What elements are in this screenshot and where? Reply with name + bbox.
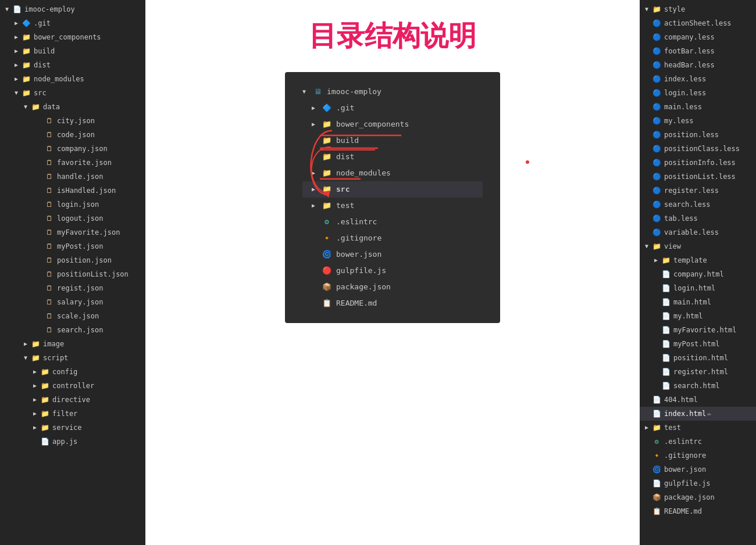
sidebar-right-root-bower-json[interactable]: 🌀bower.json (640, 462, 756, 476)
sidebar-right-mypost-html[interactable]: 📄myPost.html (640, 337, 756, 351)
sidebar-item-logout-json[interactable]: 🗒logout.json (0, 211, 145, 225)
sidebar-item-git[interactable]: ▶ 🔷 .git (0, 16, 145, 30)
sidebar-item-script[interactable]: ▼ 📁 script (0, 351, 145, 365)
sidebar-item-appjs[interactable]: 📄app.js (0, 435, 145, 449)
sidebar-right-root-readme[interactable]: 📋README.md (640, 504, 756, 518)
sidebar-right-positioninfo-less[interactable]: 🔵positionInfo.less (640, 156, 756, 170)
sidebar-right-positionclass-less[interactable]: 🔵positionClass.less (640, 142, 756, 156)
sidebar-right-main-html[interactable]: 📄main.html (640, 295, 756, 309)
sidebar-right-main-less[interactable]: 🔵main.less (640, 100, 756, 114)
sidebar-item-login-json[interactable]: 🗒login.json (0, 198, 145, 211)
sidebar-item-config[interactable]: ▶📁config (0, 365, 145, 379)
sidebar-right-root-eslintrc[interactable]: ⚙.eslintrc (640, 435, 756, 449)
sidebar-right-myfavorite-html[interactable]: 📄myFavorite.html (640, 323, 756, 337)
sidebar-item-filter[interactable]: ▶📁filter (0, 407, 145, 421)
sidebar-item-city-json[interactable]: 🗒city.json (0, 114, 145, 128)
sidebar-item-directive[interactable]: ▶📁directive (0, 393, 145, 407)
sidebar-right-root-gulpfile[interactable]: 📄gulpfile.js (640, 476, 756, 490)
sidebar-item-build[interactable]: ▶ 📁 build (0, 44, 145, 58)
ft-dist: 📁 dist (302, 149, 483, 165)
sidebar-item-node-modules[interactable]: ▶ 📁 node_modules (0, 72, 145, 86)
sidebar-right-company-html[interactable]: 📄company.html (640, 267, 756, 281)
ft-dist-icon: 📁 (321, 150, 333, 163)
sidebar-right-test[interactable]: ▶ 📁 test (640, 421, 756, 435)
template-folder-icon: 📁 (661, 254, 671, 266)
sidebar-item-position-json[interactable]: 🗒position.json (0, 253, 145, 267)
sidebar-right-headbar-less[interactable]: 🔵headBar.less (640, 58, 756, 72)
sidebar-item-src[interactable]: ▼ 📁 src (0, 86, 145, 100)
ft-src: ▶ 📁 src (302, 181, 483, 198)
ft-gitignore-label: .gitignore (336, 232, 381, 245)
sidebar-item-favorite-json[interactable]: 🗒favorite.json (0, 156, 145, 170)
sidebar-right-index-less[interactable]: 🔵index.less (640, 72, 756, 86)
sidebar-right-company-less[interactable]: 🔵company.less (640, 30, 756, 44)
json-icon: 🗒 (44, 171, 55, 182)
sidebar-item-controller[interactable]: ▶📁controller (0, 379, 145, 393)
ft-package-json-label: package.json (336, 281, 391, 293)
sidebar-right-root-gitignore[interactable]: 🔸.gitignore (640, 449, 756, 462)
sidebar-right-variable-less[interactable]: 🔵variable.less (640, 225, 756, 239)
ft-git-label: .git (336, 102, 354, 114)
sidebar-right-index-html[interactable]: 📄index.html✏ (640, 407, 756, 421)
data-label: data (43, 101, 60, 113)
sidebar-item-search-json[interactable]: 🗒search.json (0, 323, 145, 337)
sidebar-right-tab-less[interactable]: 🔵tab.less (640, 211, 756, 225)
sidebar-root[interactable]: ▼ 📄 imooc-employ (0, 2, 145, 16)
less-icon: 🔵 (651, 115, 662, 127)
sidebar-item-salary-json[interactable]: 🗒salary.json (0, 295, 145, 309)
sidebar-item-bower-components[interactable]: ▶ 📁 bower_components (0, 30, 145, 44)
sidebar-item-image[interactable]: ▶ 📁 image (0, 337, 145, 351)
sidebar-item-positionlist-json[interactable]: 🗒positionList.json (0, 267, 145, 281)
less-icon: 🔵 (651, 101, 662, 113)
less-icon: 🔵 (651, 213, 662, 224)
sidebar-item-regist-json[interactable]: 🗒regist.json (0, 281, 145, 295)
ft-test-icon: 📁 (321, 199, 333, 212)
sidebar-right-404-html[interactable]: 📄404.html (640, 393, 756, 407)
sidebar-right-register-html[interactable]: 📄register.html (640, 365, 756, 379)
sidebar-right-positionlist-less[interactable]: 🔵positionList.less (640, 170, 756, 184)
ft-gitignore: 🔸 .gitignore (302, 230, 483, 246)
sidebar-item-scale-json[interactable]: 🗒scale.json (0, 309, 145, 323)
bower-components-icon: 📁 (21, 31, 31, 43)
sidebar-right-search-html[interactable]: 📄search.html (640, 379, 756, 393)
json-icon: 🗒 (44, 199, 55, 210)
sidebar-right-footbar-less[interactable]: 🔵footBar.less (640, 44, 756, 58)
sidebar-item-handle-json[interactable]: 🗒handle.json (0, 170, 145, 184)
root-label: imooc-employ (24, 3, 75, 15)
controller-icon: 📁 (40, 380, 50, 392)
sidebar-right-style[interactable]: ▼ 📁 style (640, 2, 756, 16)
build-label: build (34, 45, 55, 57)
node-modules-icon: 📁 (21, 73, 31, 85)
sidebar-item-code-json[interactable]: 🗒code.json (0, 128, 145, 142)
html-icon: 📄 (661, 380, 671, 392)
json-icon: 🗒 (44, 310, 55, 322)
sidebar-item-dist[interactable]: ▶ 📁 dist (0, 58, 145, 72)
eslint-icon: ⚙ (651, 436, 662, 447)
sidebar-item-service[interactable]: ▶📁service (0, 421, 145, 435)
sidebar-right-view[interactable]: ▼ 📁 view (640, 239, 756, 253)
sidebar-right-search-less[interactable]: 🔵search.less (640, 198, 756, 211)
ft-root-icon: 🖥 (312, 85, 323, 98)
sidebar-right-register-less[interactable]: 🔵register.less (640, 184, 756, 198)
sidebar-right-login-less[interactable]: 🔵login.less (640, 86, 756, 100)
ft-build-icon: 📁 (321, 134, 333, 147)
json-icon: 🗒 (44, 282, 55, 294)
sidebar-right-my-less[interactable]: 🔵my.less (640, 114, 756, 128)
dist-icon: 📁 (21, 59, 31, 71)
sidebar-item-ishandled-json[interactable]: 🗒isHandled.json (0, 184, 145, 198)
less-icon: 🔵 (651, 73, 662, 85)
sidebar-item-data[interactable]: ▼ 📁 data (0, 100, 145, 114)
sidebar-item-myfavorite-json[interactable]: 🗒myFavorite.json (0, 225, 145, 239)
ft-eslintrc-label: .eslintrc (336, 216, 377, 228)
json-icon: 🗒 (44, 143, 55, 155)
sidebar-item-mypost-json[interactable]: 🗒myPost.json (0, 239, 145, 253)
less-icon: 🔵 (651, 227, 662, 238)
sidebar-right-my-html[interactable]: 📄my.html (640, 309, 756, 323)
sidebar-item-company-json[interactable]: 🗒company.json (0, 142, 145, 156)
sidebar-right-login-html[interactable]: 📄login.html (640, 281, 756, 295)
sidebar-right-root-package-json[interactable]: 📦package.json (640, 490, 756, 504)
sidebar-right-position-less[interactable]: 🔵position.less (640, 128, 756, 142)
sidebar-right-actionsheet-less[interactable]: 🔵actionSheet.less (640, 16, 756, 30)
sidebar-right-template[interactable]: ▶ 📁 template (640, 253, 756, 267)
sidebar-right-position-html[interactable]: 📄position.html (640, 351, 756, 365)
